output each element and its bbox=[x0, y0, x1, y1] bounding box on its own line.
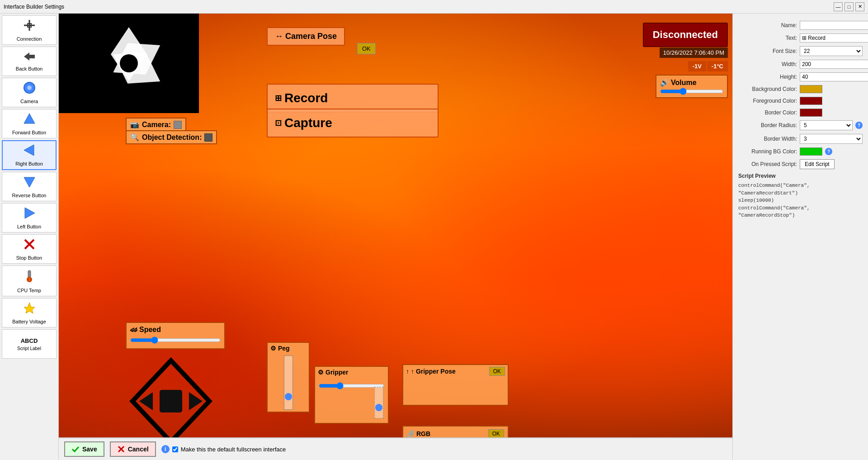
datetime-display: 10/26/2022 7:06:40 PM bbox=[660, 47, 728, 58]
disconnected-label: Disconnected bbox=[653, 29, 718, 40]
sidebar-item-forward-button[interactable]: Forward Button bbox=[2, 109, 57, 138]
sidebar-item-battery-label: Battery Voltage bbox=[12, 319, 46, 324]
text-input[interactable] bbox=[800, 33, 868, 43]
cancel-label: Cancel bbox=[128, 446, 149, 453]
volume-widget: 🔊 Volume bbox=[656, 75, 728, 98]
prop-font-size: Font Size: 22 12 14 16 18 20 24 28 bbox=[738, 46, 863, 56]
sidebar-item-left-button[interactable]: Left Button bbox=[2, 203, 57, 232]
info-icon[interactable]: i bbox=[161, 445, 170, 453]
camera-pose-ok-button[interactable]: OK bbox=[357, 43, 376, 54]
border-width-select[interactable]: 3 1 2 4 5 bbox=[800, 134, 863, 144]
reverse-icon bbox=[23, 175, 36, 191]
volume-label: Volume bbox=[671, 79, 697, 87]
svg-marker-10 bbox=[25, 208, 35, 218]
edit-script-button[interactable]: Edit Script bbox=[800, 159, 835, 169]
sidebar-item-reverse-label: Reverse Button bbox=[12, 193, 47, 198]
speed-title: 🏎 Speed bbox=[130, 326, 221, 334]
border-radius-help-icon[interactable]: ? bbox=[855, 122, 863, 129]
name-input[interactable] bbox=[800, 21, 868, 30]
cancel-button[interactable]: Cancel bbox=[110, 441, 156, 457]
camera-widget-icon: 📷 bbox=[130, 120, 139, 129]
object-detection-swatch[interactable] bbox=[204, 133, 212, 142]
gripper-title: ⚙ Gripper bbox=[315, 367, 388, 378]
sidebar-item-back-label: Back Button bbox=[16, 66, 42, 71]
save-checkmark-icon bbox=[71, 445, 80, 453]
disconnected-button[interactable]: Disconnected bbox=[643, 23, 728, 47]
stop-icon bbox=[23, 238, 36, 253]
left-icon bbox=[23, 207, 36, 222]
capture-icon: ⊡ bbox=[275, 118, 282, 128]
cpu-temp-icon bbox=[25, 269, 33, 286]
border-radius-select[interactable]: 5 0 3 8 10 bbox=[800, 120, 853, 130]
gripper-icon: ⚙ bbox=[318, 369, 324, 376]
sidebar-item-right-button[interactable]: Right Button bbox=[2, 140, 57, 170]
prop-border-width: Border Width: 3 1 2 4 5 bbox=[738, 134, 863, 144]
sidebar-item-camera-label: Camera bbox=[20, 99, 38, 104]
peg-widget: ⚙ Peg bbox=[267, 342, 310, 413]
sidebar-item-stop-label: Stop Button bbox=[16, 255, 42, 261]
running-bg-help-icon[interactable]: ? bbox=[825, 148, 832, 155]
save-button[interactable]: Save bbox=[64, 441, 104, 457]
sidebar-item-left-label: Left Button bbox=[17, 224, 41, 229]
rgb-icon: 🔗 bbox=[407, 430, 415, 437]
sidebar-item-connection[interactable]: Connection bbox=[2, 15, 57, 45]
camera-color-swatch[interactable] bbox=[174, 121, 182, 129]
svg-marker-3 bbox=[24, 52, 29, 61]
sidebar-item-reverse-button[interactable]: Reverse Button bbox=[2, 172, 57, 201]
speed-icon: 🏎 bbox=[130, 326, 137, 334]
camera-widget-label: Camera: bbox=[142, 121, 171, 129]
speed-slider[interactable] bbox=[130, 337, 221, 344]
sidebar: Connection Back Button Camera Forward Bu… bbox=[0, 14, 59, 460]
sidebar-item-right-label: Right Button bbox=[15, 161, 43, 166]
sidebar-item-stop-button[interactable]: Stop Button bbox=[2, 234, 57, 264]
camera-pose-widget[interactable]: ↔ Camera Pose bbox=[267, 27, 345, 46]
fg-color-swatch[interactable] bbox=[800, 97, 822, 105]
script-preview-section: Script Preview controlCommand("Camera", … bbox=[738, 173, 863, 219]
gripper-pose-icon: ↑ bbox=[406, 368, 409, 375]
bg-color-swatch[interactable] bbox=[800, 85, 822, 93]
canvas-area: ↔ Camera Pose OK ⊞ Record ⊡ Capture Disc… bbox=[59, 14, 732, 460]
voltage-display: -1V bbox=[688, 61, 706, 71]
width-input[interactable] bbox=[800, 60, 868, 69]
gripper-pose-ok-button[interactable]: OK bbox=[489, 367, 505, 376]
border-width-prop-label: Border Width: bbox=[738, 136, 797, 142]
sidebar-item-connection-label: Connection bbox=[17, 36, 42, 42]
speed-widget: 🏎 Speed bbox=[126, 322, 225, 349]
close-button[interactable]: ✕ bbox=[855, 2, 864, 11]
temp-display: -1V -1°C bbox=[688, 61, 728, 71]
gripper-widget: ⚙ Gripper bbox=[314, 366, 389, 424]
sidebar-item-script-label[interactable]: ABCD Script Label bbox=[2, 329, 57, 359]
camera-pose-label: ↔ Camera Pose bbox=[275, 32, 337, 41]
font-size-prop-label: Font Size: bbox=[738, 48, 797, 54]
sidebar-item-battery-voltage[interactable]: Battery Voltage bbox=[2, 298, 57, 327]
border-radius-prop-label: Border Radius: bbox=[738, 122, 797, 128]
rgb-ok-button[interactable]: OK bbox=[488, 429, 504, 438]
default-interface-checkbox[interactable] bbox=[172, 446, 178, 452]
volume-slider[interactable] bbox=[660, 90, 723, 93]
sidebar-item-camera[interactable]: Camera bbox=[2, 78, 57, 107]
fg-color-prop-label: Foreground Color: bbox=[738, 98, 797, 104]
sidebar-item-cpu-label: CPU Temp bbox=[17, 288, 41, 293]
sidebar-item-back-button[interactable]: Back Button bbox=[2, 47, 57, 76]
script-line-3: controlCommand("Camera", "CameraRecordSt… bbox=[738, 204, 863, 219]
rgb-title: 🔗 RGB OK bbox=[407, 429, 504, 438]
height-input[interactable] bbox=[800, 72, 868, 81]
prop-bg-color: Background Color: bbox=[738, 85, 863, 93]
sidebar-item-cpu-temp[interactable]: CPU Temp bbox=[2, 266, 57, 296]
dpad bbox=[126, 356, 216, 446]
prop-border-radius: Border Radius: 5 0 3 8 10 ? bbox=[738, 120, 863, 130]
maximize-button[interactable]: □ bbox=[844, 2, 854, 11]
script-preview-header: Script Preview bbox=[738, 173, 863, 179]
minimize-button[interactable]: — bbox=[834, 2, 843, 11]
running-bg-color-swatch[interactable] bbox=[800, 147, 822, 156]
forward-up-icon bbox=[23, 113, 36, 128]
camera-label-widget: 📷 Camera: bbox=[126, 118, 186, 132]
capture-widget[interactable]: ⊡ Capture bbox=[267, 109, 439, 138]
cancel-x-icon bbox=[117, 445, 125, 453]
script-preview-content: controlCommand("Camera", "CameraRecordSt… bbox=[738, 182, 863, 219]
border-color-swatch[interactable] bbox=[800, 109, 822, 117]
sidebar-item-script-label-text: Script Label bbox=[17, 346, 41, 351]
right-icon bbox=[23, 144, 36, 159]
svg-marker-16 bbox=[24, 303, 35, 313]
font-size-select[interactable]: 22 12 14 16 18 20 24 28 bbox=[800, 46, 863, 56]
